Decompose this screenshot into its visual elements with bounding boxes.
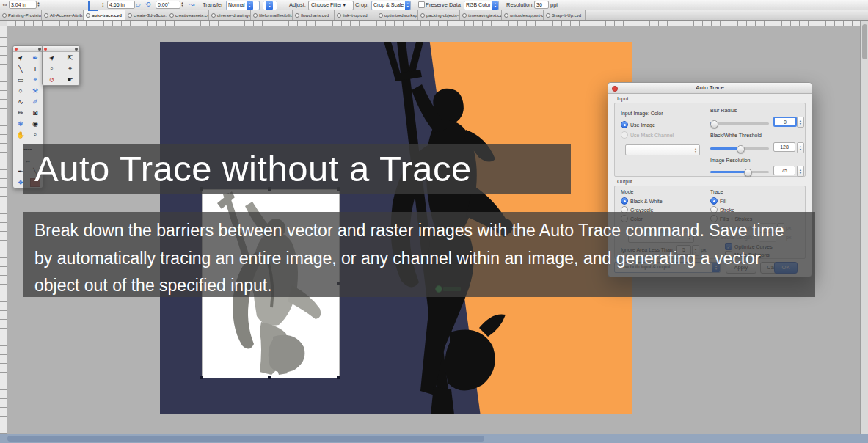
rotation-field[interactable]: 0.00° (156, 1, 180, 9)
use-mask-channel-radio[interactable]: Use Mask Channel (621, 131, 674, 139)
target-select-tool[interactable]: ⌖ (61, 63, 79, 74)
tab-close-icon[interactable] (253, 13, 258, 18)
brush-mode-select[interactable]: ▲▼ (263, 1, 277, 10)
resolution-unit: ppi (550, 1, 558, 8)
pointer-tool[interactable]: ➤ (13, 52, 28, 63)
line-tool[interactable]: ╲ (13, 63, 28, 74)
magnify-tool[interactable]: ⌕ (43, 63, 61, 74)
tab-close-icon[interactable] (169, 13, 174, 18)
palette-menu-icon[interactable] (38, 48, 41, 51)
image-resolution-stepper[interactable]: ▲▼ (797, 166, 804, 177)
blur-radius-slider[interactable] (710, 122, 769, 125)
palette-close-icon[interactable] (44, 48, 47, 51)
dialog-titlebar[interactable]: Auto Trace (608, 83, 812, 94)
curve-icon[interactable]: ↝ (189, 0, 195, 10)
tab-close-icon[interactable] (295, 13, 299, 18)
dialog-close-icon[interactable] (612, 86, 618, 92)
bottom-scrollbar[interactable] (0, 434, 868, 443)
tab-flowcharts[interactable]: flowcharts.cvd (293, 10, 335, 20)
bw-threshold-stepper[interactable]: ▲▼ (797, 142, 804, 153)
hand-tool[interactable]: ✋ (13, 129, 28, 140)
zoom-tool[interactable]: ⌕ (28, 129, 43, 140)
slider-knob[interactable] (710, 120, 718, 128)
select-tool[interactable]: ➤ (43, 52, 61, 63)
tab-close-icon[interactable] (462, 13, 467, 18)
grab-tool[interactable]: ☛ (61, 74, 79, 85)
vertical-scrollbar[interactable] (860, 20, 868, 434)
tab-optimizedworkspa[interactable]: optimizedworkspa... (376, 10, 418, 20)
tab-close-icon[interactable] (420, 13, 425, 18)
camera-tool[interactable]: ◉ (28, 118, 43, 129)
blur-radius-field[interactable]: 0 (773, 117, 797, 127)
tab-link-it-up[interactable]: link-it-up.cvd (335, 10, 376, 20)
tab-close-icon[interactable] (504, 13, 508, 18)
shear-icon[interactable]: ▱ (136, 0, 141, 10)
bw-threshold-slider[interactable] (710, 147, 769, 150)
tab-snap-it-up[interactable]: Snap-It-Up.cvd (544, 10, 586, 20)
tab-painting-provisio[interactable]: Painting-Provisio... (0, 10, 42, 20)
selection-handle[interactable] (337, 376, 340, 379)
anchor-tool[interactable]: ⌖ (28, 74, 43, 85)
width-stepper[interactable]: ▲▼ (36, 1, 41, 8)
eyedropper-tool[interactable]: ✐ (28, 96, 43, 107)
selection-handle[interactable] (200, 376, 203, 379)
mode-black-white-radio[interactable]: Black & White (621, 197, 663, 205)
tab-close-icon[interactable] (337, 13, 341, 18)
image-resolution-slider[interactable] (710, 171, 769, 173)
vertical-scrollbar-thumb[interactable] (862, 24, 867, 59)
slider-knob[interactable] (744, 169, 752, 177)
wrench-tool[interactable]: ⚒ (28, 85, 43, 96)
tab-close-icon[interactable] (44, 13, 48, 18)
crop-mode-select[interactable]: Crop & Scale ▲▼ (371, 1, 411, 10)
width-field[interactable]: 3.04 in (9, 1, 37, 9)
palette-titlebar[interactable] (13, 46, 43, 52)
pencil-tool[interactable]: ✏ (13, 107, 28, 118)
tab-close-icon[interactable] (86, 13, 90, 18)
lock-tool[interactable]: ⊠ (28, 107, 43, 118)
transfer-mode-select[interactable]: Normal ▲▼ (226, 1, 260, 10)
tab-close-icon[interactable] (128, 13, 132, 18)
color-mode-select[interactable]: RGB Color ▲▼ (464, 1, 499, 10)
tab-fileformatflexibility[interactable]: fileformatflexibilit... (251, 10, 293, 20)
tab-timesavingtext[interactable]: timesavingtext.cvd (460, 10, 502, 20)
curve-tool[interactable]: ∿ (13, 96, 28, 107)
ellipse-tool[interactable]: ○ (13, 85, 28, 96)
rotate-icon[interactable]: ⟲ (145, 0, 151, 10)
mask-channel-select[interactable]: ▲▼ (625, 144, 700, 155)
palette-menu-icon[interactable] (75, 48, 78, 51)
tab-creativeassets[interactable]: creativeassets.cvd (167, 10, 209, 20)
tab-unicodesupport[interactable]: unicodesupport-c... (502, 10, 544, 20)
palette-titlebar[interactable] (43, 46, 79, 52)
tab-diverse-drawing[interactable]: diverse-drawing-c... (209, 10, 251, 20)
tab-packing-objects[interactable]: packing-objects-c... (418, 10, 460, 20)
brush-tool[interactable]: ✒ (28, 52, 43, 63)
tab-close-icon[interactable] (211, 13, 216, 18)
text-tool[interactable]: T (28, 63, 43, 74)
lasso-tool[interactable]: ↺ (43, 74, 61, 85)
rotation-stepper[interactable]: ▲▼ (180, 1, 185, 8)
tab-close-icon[interactable] (546, 13, 550, 18)
grid-tool-icon[interactable] (88, 1, 98, 11)
image-resolution-field[interactable]: 75 (773, 166, 795, 175)
paint-tool[interactable]: ❃ (13, 118, 28, 129)
tab-create-3d-v3ctor[interactable]: create-3d-v3ctor... (125, 10, 167, 20)
tab-close-icon[interactable] (379, 13, 383, 18)
palette-close-icon[interactable] (15, 48, 18, 51)
tab-auto-trace[interactable]: auto-trace.cvd (84, 10, 125, 20)
tab-close-icon[interactable] (2, 13, 7, 18)
tab-all-access-attrib[interactable]: All-Access-Attrib... (42, 10, 84, 20)
filter-select[interactable]: Choose Filter ▾ (308, 1, 354, 10)
hand-icon: ✋ (16, 131, 24, 139)
selection-handle[interactable] (268, 376, 271, 379)
bottom-scrollbar-thumb[interactable] (7, 436, 484, 442)
resolution-field[interactable]: 36 (534, 1, 549, 9)
height-field[interactable]: 4.66 in (107, 1, 135, 9)
use-image-radio[interactable]: Use Image (621, 121, 655, 128)
bw-threshold-field[interactable]: 128 (773, 142, 795, 152)
blur-radius-stepper[interactable]: ▲▼ (797, 117, 804, 128)
slider-knob[interactable] (737, 145, 745, 153)
trace-fill-radio[interactable]: Fill (710, 197, 726, 205)
select-plus-tool[interactable]: ⇱ (61, 52, 79, 63)
rectangle-tool[interactable]: ▭ (13, 74, 28, 85)
preserve-data-checkbox[interactable] (418, 1, 425, 8)
